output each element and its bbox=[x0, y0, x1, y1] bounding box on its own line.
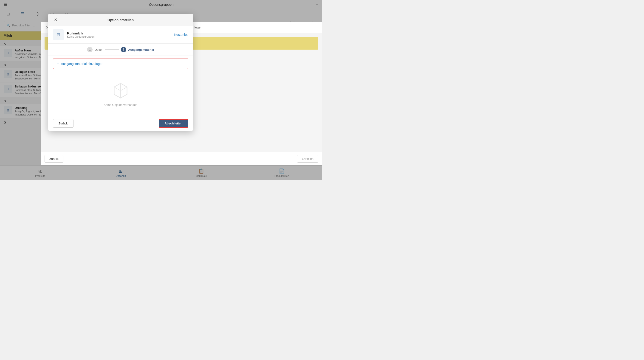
plus-icon: + bbox=[57, 62, 59, 66]
step-label-1: Option bbox=[94, 48, 103, 51]
dialog-main-header: ✕ Option erstellen bbox=[48, 14, 193, 26]
empty-label: Keine Objekte vorhanden bbox=[104, 103, 138, 106]
app-container: ☰ Optionsgruppen + ⊟ ☰ ⬡ ⊞ ⊡ 🔍 Produkte … bbox=[0, 0, 322, 180]
dialog-mid-footer: Zurück Erstellen bbox=[41, 152, 322, 165]
product-sub: Keine Optionsgruppen bbox=[67, 35, 171, 38]
add-material-label: Ausgangsmaterial hinzufügen bbox=[61, 62, 103, 66]
dialog-main-finish-button[interactable]: Abschließen bbox=[159, 119, 188, 128]
dialog-main: ✕ Option erstellen ⊟ Kuhmilch Keine Opti… bbox=[48, 14, 193, 131]
product-icon: ⊟ bbox=[53, 29, 64, 40]
dialog-main-footer: Zurück Abschließen bbox=[48, 116, 193, 131]
product-price: Kostenlos bbox=[174, 33, 188, 36]
step-label-2: Ausgangsmaterial bbox=[128, 48, 154, 51]
product-info-row: ⊟ Kuhmilch Keine Optionsgruppen Kostenlo… bbox=[48, 26, 193, 44]
dialog-mid-create-button[interactable]: Erstellen bbox=[297, 155, 318, 163]
dialog-main-close-button[interactable]: ✕ bbox=[53, 17, 58, 22]
dialog-mid-back-button[interactable]: Zurück bbox=[44, 155, 64, 163]
product-info-text: Kuhmilch Keine Optionsgruppen bbox=[67, 31, 171, 38]
step-circle-1: 1 bbox=[87, 47, 92, 52]
product-name: Kuhmilch bbox=[67, 31, 171, 35]
step-line bbox=[105, 49, 119, 50]
dialog-main-back-button[interactable]: Zurück bbox=[53, 119, 74, 128]
add-material-row[interactable]: + Ausgangsmaterial hinzufügen bbox=[53, 58, 188, 69]
empty-state: Keine Objekte vorhanden bbox=[48, 72, 193, 116]
empty-cube-icon bbox=[112, 81, 130, 99]
step-circle-2: 2 bbox=[121, 47, 126, 52]
close-icon: ✕ bbox=[54, 17, 58, 22]
dialog-main-title: Option erstellen bbox=[58, 18, 183, 22]
step-1: 1 Option bbox=[87, 47, 103, 52]
steps-row: 1 Option 2 Ausgangsmaterial bbox=[48, 44, 193, 56]
step-2: 2 Ausgangsmaterial bbox=[121, 47, 154, 52]
